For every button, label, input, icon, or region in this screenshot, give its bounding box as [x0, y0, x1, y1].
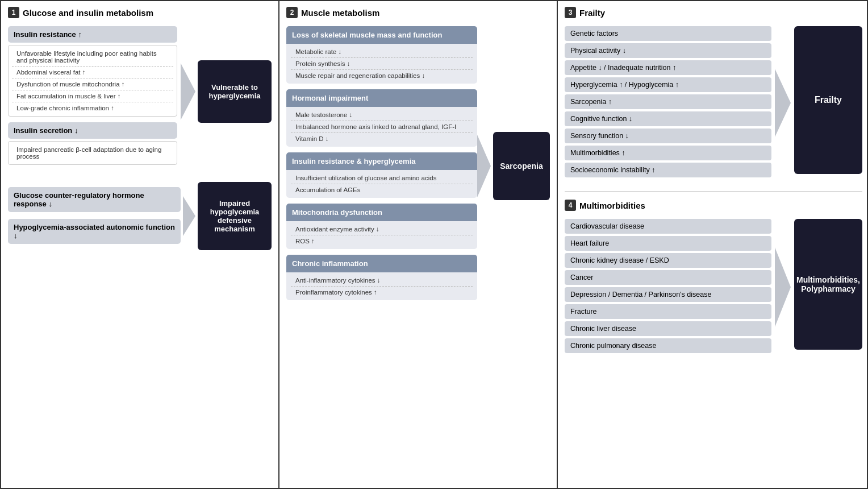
col1-chevron2: [183, 196, 195, 236]
m3-i1: ROS ↑: [291, 235, 473, 247]
col3-frailty-num: 3: [565, 7, 576, 18]
col3-multi-body: Cardiovascular disease Heart failure Chr…: [565, 219, 862, 355]
insulin-resistance-title: Insulin resistance ↑: [8, 26, 177, 43]
muscle-items-0: Metabolic rate ↓ Protein synthesis ↓ Mus…: [286, 44, 477, 84]
frailty-item-6: Sensory function ↓: [565, 129, 771, 143]
ir-item-4: Fat accumulation in muscle & liver ↑: [12, 90, 173, 102]
m0-i1: Protein synthesis ↓: [291, 58, 473, 70]
muscle-header-4: Chronic inflammation: [286, 255, 477, 272]
col1-title: Glucose and insulin metabolism: [23, 8, 153, 18]
col2-header: 2 Muscle metabolism: [286, 7, 550, 18]
multi-item-7: Chronic pulmonary disease: [565, 338, 771, 353]
m3-i0: Antioxidant enzyme activity ↓: [291, 223, 473, 235]
main-container: 1 Glucose and insulin metabolism Insulin…: [0, 0, 868, 489]
m1-i2: Vitamin D ↓: [291, 133, 473, 144]
glucose-counter-title: Glucose counter-regulatory hormone respo…: [8, 187, 181, 212]
col1-insulin-resistance-items: Insulin resistance ↑ Unfavorable lifesty…: [8, 26, 177, 165]
col3-frailty-list: Genetic factors Physical activity ↓ Appe…: [565, 26, 771, 180]
col1-bottom-section: Glucose counter-regulatory hormone respo…: [8, 182, 272, 250]
multi-item-1: Heart failure: [565, 236, 771, 251]
muscle-group-2: Insulin resistance & hyperglycemia Insuf…: [286, 152, 477, 198]
col3-multi-title: Multimorbidities: [579, 201, 645, 210]
insulin-secretion-title: Insulin secretion ↓: [8, 122, 177, 139]
col1-chevron1: [181, 63, 195, 120]
frailty-chevron: [775, 69, 791, 137]
col2-muscle: 2 Muscle metabolism Loss of skeletal mus…: [279, 1, 558, 488]
multi-result-box: Multimorbidities, Polypharmacy: [794, 219, 862, 350]
muscle-group-3: Mitochondria dysfunction Antioxidant enz…: [286, 204, 477, 249]
frailty-item-8: Socioeconomic instability ↑: [565, 163, 771, 177]
multi-item-0: Cardiovascular disease: [565, 219, 771, 234]
col3-multi-header: 4 Multimorbidities: [565, 200, 862, 211]
col3-frailty-title: Frailty: [579, 8, 605, 18]
col3-frailty-arrow: [775, 26, 791, 180]
frailty-item-2: Appetite ↓ / Inadequate nutrition ↑: [565, 60, 771, 75]
m2-i0: Insufficient utilization of glucose and …: [291, 172, 473, 184]
multi-item-3: Cancer: [565, 270, 771, 285]
multi-item-5: Fracture: [565, 304, 771, 319]
col3-frailty: 3 Frailty Genetic factors Physical activ…: [565, 7, 862, 180]
col1-insulin-resistance-row: Insulin resistance ↑ Unfavorable lifesty…: [8, 26, 272, 165]
sarcopenia-box: Sarcopenia: [493, 132, 550, 200]
hypoglycemia-autonomic-title: Hypoglycemia-associated autonomic functi…: [8, 219, 181, 244]
col1-bottom-groups: Glucose counter-regulatory hormone respo…: [8, 187, 181, 245]
col2-num: 2: [286, 7, 298, 18]
m0-i2: Muscle repair and regeneration capabilit…: [291, 70, 473, 81]
muscle-group-1: Hormonal impairment Male testosterone ↓ …: [286, 89, 477, 147]
frailty-item-3: Hyperglycemia ↑ / Hypoglycemia ↑: [565, 77, 771, 92]
col2-title: Muscle metabolism: [301, 8, 379, 18]
muscle-header-3: Mitochondria dysfunction: [286, 204, 477, 221]
col3-multi-list: Cardiovascular disease Heart failure Chr…: [565, 219, 771, 355]
muscle-header-2: Insulin resistance & hyperglycemia: [286, 152, 477, 170]
col1-header: 1 Glucose and insulin metabolism: [8, 7, 272, 18]
muscle-items-1: Male testosterone ↓ Imbalanced hormone a…: [286, 107, 477, 147]
muscle-items-2: Insufficient utilization of glucose and …: [286, 170, 477, 198]
m0-i0: Metabolic rate ↓: [291, 46, 473, 58]
muscle-header-1: Hormonal impairment: [286, 89, 477, 107]
sarcopenia-section: Sarcopenia: [477, 132, 550, 200]
muscle-header-0: Loss of skeletal muscle mass and functio…: [286, 26, 477, 44]
ir-item-2: Abdominal visceral fat ↑: [12, 67, 173, 78]
m1-i1: Imbalanced hormone axis linked to adrena…: [291, 121, 473, 133]
col1-bottom-row: Glucose counter-regulatory hormone respo…: [8, 182, 272, 250]
m4-i0: Anti-inflammatory cytokines ↓: [291, 275, 473, 287]
col2-body: Loss of skeletal muscle mass and functio…: [286, 26, 550, 306]
multi-item-2: Chronic kidney disease / ESKD: [565, 253, 771, 268]
muscle-items-4: Anti-inflammatory cytokines ↓ Proinflamm…: [286, 272, 477, 300]
col1-arrow-box1: Vulnerable to hyperglycemia: [181, 26, 272, 123]
multi-item-4: Depression / Dementia / Parkinson's dise…: [565, 287, 771, 302]
ir-item-3: Dysfunction of muscle mitochondria ↑: [12, 78, 173, 90]
muscle-group-4: Chronic inflammation Anti-inflammatory c…: [286, 255, 477, 300]
vulnerable-box: Vulnerable to hyperglycemia: [198, 60, 272, 123]
col2-groups: Loss of skeletal muscle mass and functio…: [286, 26, 477, 306]
frailty-item-4: Sarcopenia ↑: [565, 94, 771, 109]
frailty-item-1: Physical activity ↓: [565, 43, 771, 58]
insulin-secretion-items: Impaired pancreatic β-cell adaptation du…: [8, 141, 177, 165]
col3: 3 Frailty Genetic factors Physical activ…: [558, 1, 868, 488]
col1-arrow-box2: Impaired hypoglycemia defensive mechanis…: [183, 182, 272, 250]
frailty-item-7: Multimorbidities ↑: [565, 146, 771, 160]
col3-multimorbidities: 4 Multimorbidities Cardiovascular diseas…: [565, 200, 862, 355]
is-item-1: Impaired pancreatic β-cell adaptation du…: [12, 144, 173, 162]
col3-frailty-body: Genetic factors Physical activity ↓ Appe…: [565, 26, 862, 180]
ir-item-1: Unfavorable lifestyle including poor eat…: [12, 48, 173, 67]
col2-chevron: [477, 135, 491, 197]
muscle-group-0: Loss of skeletal muscle mass and functio…: [286, 26, 477, 84]
m2-i1: Accumulation of AGEs: [291, 184, 473, 196]
ir-item-5: Low-grade chronic inflammation ↑: [12, 102, 173, 114]
col3-frailty-header: 3 Frailty: [565, 7, 862, 18]
col3-multi-arrow: [775, 219, 791, 355]
insulin-resistance-items: Unfavorable lifestyle including poor eat…: [8, 45, 177, 117]
muscle-items-3: Antioxidant enzyme activity ↓ ROS ↑: [286, 221, 477, 249]
col1-num: 1: [8, 7, 19, 18]
multi-chevron: [775, 247, 791, 327]
multi-item-6: Chronic liver disease: [565, 321, 771, 336]
m4-i1: Proinflammatory cytokines ↑: [291, 287, 473, 298]
frailty-item-0: Genetic factors: [565, 26, 771, 41]
m1-i0: Male testosterone ↓: [291, 109, 473, 121]
col1-glucose: 1 Glucose and insulin metabolism Insulin…: [1, 1, 279, 488]
frailty-item-5: Cognitive function ↓: [565, 111, 771, 126]
frailty-result-box: Frailty: [794, 26, 862, 174]
col3-divider: [565, 191, 862, 192]
impaired-box: Impaired hypoglycemia defensive mechanis…: [198, 182, 272, 250]
